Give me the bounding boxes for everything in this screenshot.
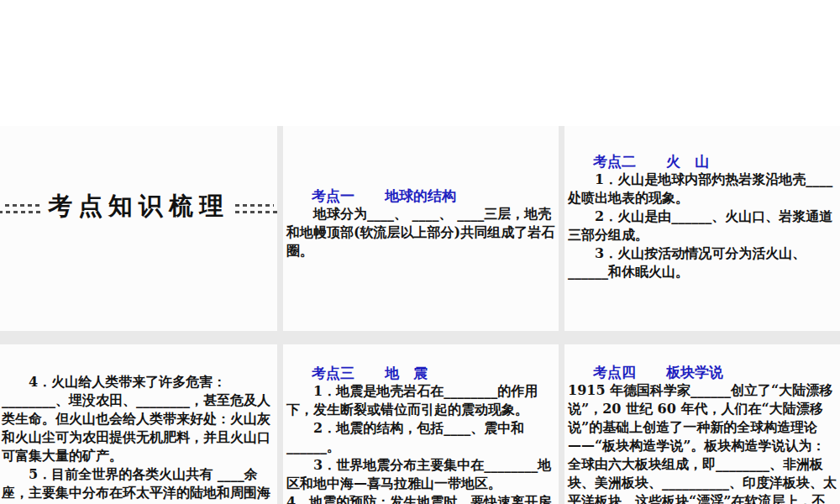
slide-volcano-continued: 4．火山给人类带来了许多危害：________、埋没农田、________，甚至…	[0, 344, 277, 504]
kaodian-4-heading: 考点四板块学说	[568, 363, 837, 381]
slide-kaodian-4: 考点四板块学说 1915 年德国科学家______创立了“大陆漂移说”，20 世…	[564, 344, 840, 504]
page: 考点知识梳理 考点一地球的结构 地球分为____、 ____、 ____三层，地…	[0, 0, 840, 504]
kaodian-2-heading: 考点二火 山	[568, 152, 837, 171]
kaodian-2-item: 3．火山按活动情况可分为活火山、______和休眠火山。	[568, 244, 837, 281]
slide-kaodian-1: 考点一地球的结构 地球分为____、 ____、 ____三层，地壳和地幔顶部(…	[283, 126, 559, 331]
slide-kaodian-2: 考点二火 山 1．火山是地球内部灼热岩浆沿地壳____处喷出地表的现象。 2．火…	[564, 126, 840, 331]
dashed-rule-right-icon	[234, 204, 277, 213]
kaodian-3-topic: 地 震	[385, 365, 428, 381]
slide-grid: 考点知识梳理 考点一地球的结构 地球分为____、 ____、 ____三层，地…	[0, 126, 840, 504]
volcano-item: 5．目前全世界的各类火山共有 ____余座，主要集中分布在环太平洋的陆地和周围海…	[2, 465, 276, 504]
kaodian-4-label: 考点四	[593, 364, 636, 381]
kaodian-2-label: 考点二	[593, 153, 636, 170]
dashed-rule-left-icon	[0, 204, 43, 213]
kaodian-3-item: 1．地震是地壳岩石在________的作用下，发生断裂或错位而引起的震动现象。	[286, 382, 555, 419]
kaodian-1-topic: 地球的结构	[385, 187, 456, 204]
kaodian-1-label: 考点一	[312, 187, 354, 204]
kaodian-1-heading: 考点一地球的结构	[286, 186, 555, 205]
kaodian-3-item: 3．世界地震分布主要集中在________地区和地中海—喜马拉雅山一带地区。	[286, 456, 555, 493]
outline-title: 考点知识梳理	[48, 197, 229, 215]
kaodian-3-item-4: 4．地震的预防：发生地震时，要快速离开房间，跑到空旷的地方，或躲到面积较小的房间…	[286, 493, 555, 504]
kaodian-2-item: 2．火山是由______、火山口、岩浆通道三部分组成。	[568, 207, 837, 244]
kaodian-3-label: 考点三	[312, 365, 354, 381]
slide-outline: 考点知识梳理	[0, 126, 277, 331]
kaodian-1-paragraph: 地球分为____、 ____、 ____三层，地壳和地幔顶部(软流层以上部分)共…	[286, 205, 555, 260]
kaodian-3-item: 2．地震的结构，包括____、震中和______。	[286, 419, 555, 456]
kaodian-4-topic: 板块学说	[666, 364, 723, 381]
kaodian-2-item: 1．火山是地球内部灼热岩浆沿地壳____处喷出地表的现象。	[568, 171, 837, 207]
slide-kaodian-3: 考点三地 震 1．地震是地壳岩石在________的作用下，发生断裂或错位而引起…	[283, 344, 559, 504]
volcano-item: 4．火山给人类带来了许多危害：________、埋没农田、________，甚至…	[2, 373, 276, 465]
kaodian-2-topic: 火 山	[666, 153, 709, 170]
kaodian-3-heading: 考点三地 震	[286, 364, 555, 382]
outline-title-row: 考点知识梳理	[3, 197, 274, 215]
kaodian-4-paragraph: 1915 年德国科学家______创立了“大陆漂移说”，20 世纪 60 年代，…	[568, 381, 837, 504]
